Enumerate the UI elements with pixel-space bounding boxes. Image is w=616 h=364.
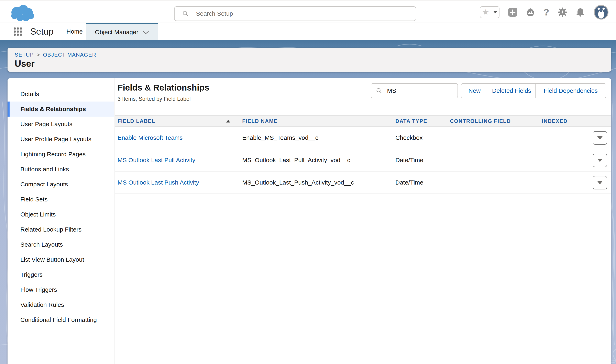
action-button[interactable]: Deleted Fields <box>488 84 535 98</box>
global-actions-button[interactable] <box>508 8 517 17</box>
action-button[interactable]: New <box>461 84 488 98</box>
user-avatar[interactable] <box>594 5 609 20</box>
column-header-label: FIELD LABEL <box>118 116 155 126</box>
column-header-indexed[interactable]: INDEXED <box>539 116 611 126</box>
sidebar-item[interactable]: Lightning Record Pages <box>8 147 114 162</box>
controlling-field-cell <box>447 127 539 149</box>
sidebar-item[interactable]: List View Button Layout <box>8 252 114 267</box>
sidebar-list: Details Fields & Relationships User Page… <box>8 87 114 327</box>
breadcrumb-link-setup[interactable]: SETUP <box>15 52 34 58</box>
data-type-cell: Checkbox <box>393 127 447 149</box>
search-icon <box>376 87 383 94</box>
field-name-cell: Enable_MS_Teams_vod__c <box>240 127 393 149</box>
sidebar-item[interactable]: Details <box>8 87 114 102</box>
table-row: MS Outlook Last Pull Activity MS_Outlook… <box>115 149 611 171</box>
sidebar-item[interactable]: Compact Layouts <box>8 177 114 192</box>
quick-find <box>371 83 458 98</box>
astro-avatar-icon <box>594 5 609 20</box>
favorites-star-icon[interactable]: ★ <box>480 7 491 18</box>
breadcrumb-card: SETUP > OBJECT MANAGER User <box>8 48 611 72</box>
help-button[interactable]: ? <box>544 7 549 18</box>
guidance-center-button[interactable] <box>526 8 535 17</box>
object-sidebar: Details Fields & Relationships User Page… <box>8 78 114 364</box>
dropdown-triangle-icon <box>597 136 602 140</box>
global-search-input[interactable] <box>174 6 416 21</box>
tab-object-manager-label: Object Manager <box>95 29 138 36</box>
row-actions-dropdown-button[interactable] <box>593 131 607 145</box>
sidebar-item[interactable]: Buttons and Links <box>8 162 114 177</box>
bell-icon <box>576 8 585 17</box>
breadcrumb-link-object-manager[interactable]: OBJECT MANAGER <box>43 52 96 58</box>
fields-relationships-panel: Fields & Relationships 3 Items, Sorted b… <box>115 78 611 364</box>
tab-home-label: Home <box>66 28 83 35</box>
table-header-row: FIELD LABEL FIELD NAME DATA TYPE CONTROL… <box>115 115 611 127</box>
dropdown-triangle-icon <box>597 181 602 184</box>
setup-nav-bar: Setup Home Object Manager <box>0 23 616 40</box>
favorites-caret-button[interactable] <box>491 7 499 18</box>
object-detail-card: Details Fields & Relationships User Page… <box>8 78 611 364</box>
table-row: Enable Microsoft Teams Enable_MS_Teams_v… <box>115 127 611 149</box>
sidebar-item[interactable]: Search Layouts <box>8 237 114 252</box>
field-label-link[interactable]: MS Outlook Last Push Activity <box>115 171 240 194</box>
panel-title: Fields & Relationships <box>118 83 209 92</box>
setup-gear-button[interactable] <box>558 8 567 17</box>
app-launcher-waffle-icon[interactable] <box>13 26 23 37</box>
gear-icon <box>558 8 567 17</box>
panel-action-buttons: New Deleted Fields Field Dependencies <box>461 83 606 98</box>
global-search <box>174 6 416 21</box>
header-icons: ★ ? <box>480 1 609 23</box>
app-name-label: Setup <box>30 23 54 40</box>
sidebar-item[interactable]: Flow Triggers <box>8 282 114 297</box>
field-name-cell: MS_Outlook_Last_Push_Activity_vod__c <box>240 171 393 194</box>
data-type-cell: Date/Time <box>393 149 447 171</box>
tab-home[interactable]: Home <box>63 23 86 40</box>
notifications-button[interactable] <box>576 8 585 17</box>
action-button[interactable]: Field Dependencies <box>535 84 606 98</box>
column-header-controlling-field[interactable]: CONTROLLING FIELD <box>447 116 539 126</box>
fields-table: FIELD LABEL FIELD NAME DATA TYPE CONTROL… <box>115 115 611 194</box>
trailhead-icon <box>526 8 535 17</box>
breadcrumb-separator: > <box>37 52 40 58</box>
field-label-link[interactable]: MS Outlook Last Pull Activity <box>115 149 240 171</box>
quick-find-input[interactable] <box>371 83 458 98</box>
sidebar-item[interactable]: Field Sets <box>8 192 114 207</box>
field-label-link[interactable]: Enable Microsoft Teams <box>115 127 240 149</box>
column-header-field-label[interactable]: FIELD LABEL <box>115 116 240 126</box>
sidebar-item[interactable]: Fields & Relationships <box>8 102 114 117</box>
sidebar-item[interactable]: Related Lookup Filters <box>8 222 114 237</box>
controlling-field-cell <box>447 149 539 171</box>
panel-subtitle: 3 Items, Sorted by Field Label <box>118 96 191 102</box>
row-actions-dropdown-button[interactable] <box>593 176 607 189</box>
caret-down-icon <box>493 11 497 13</box>
field-name-cell: MS_Outlook_Last_Pull_Activity_vod__c <box>240 149 393 171</box>
sidebar-item[interactable]: User Page Layouts <box>8 117 114 132</box>
controlling-field-cell <box>447 171 539 194</box>
content-area: SETUP > OBJECT MANAGER User Details Fiel… <box>0 40 616 364</box>
table-row: MS Outlook Last Push Activity MS_Outlook… <box>115 171 611 194</box>
column-header-field-name[interactable]: FIELD NAME <box>240 116 393 126</box>
sort-ascending-icon <box>226 120 230 122</box>
column-header-data-type[interactable]: DATA TYPE <box>393 116 447 126</box>
global-header: ★ ? <box>0 1 616 23</box>
question-icon: ? <box>544 7 549 18</box>
dropdown-triangle-icon <box>597 159 602 162</box>
row-actions-dropdown-button[interactable] <box>593 154 607 167</box>
plus-icon <box>508 8 517 17</box>
tab-object-manager[interactable]: Object Manager <box>86 23 158 40</box>
sidebar-item[interactable]: Validation Rules <box>8 297 114 312</box>
sidebar-item[interactable]: Object Limits <box>8 207 114 222</box>
data-type-cell: Date/Time <box>393 171 447 194</box>
favorites-split-button: ★ <box>480 6 499 18</box>
panel-header: Fields & Relationships 3 Items, Sorted b… <box>115 78 611 115</box>
chevron-down-icon <box>143 31 149 34</box>
sidebar-item[interactable]: User Profile Page Layouts <box>8 132 114 147</box>
sidebar-item[interactable]: Triggers <box>8 267 114 282</box>
page-title: User <box>15 59 35 69</box>
salesforce-cloud-logo <box>8 3 37 23</box>
sidebar-item[interactable]: Conditional Field Formatting <box>8 312 114 327</box>
breadcrumb: SETUP > OBJECT MANAGER <box>15 52 96 58</box>
search-icon <box>182 10 189 17</box>
